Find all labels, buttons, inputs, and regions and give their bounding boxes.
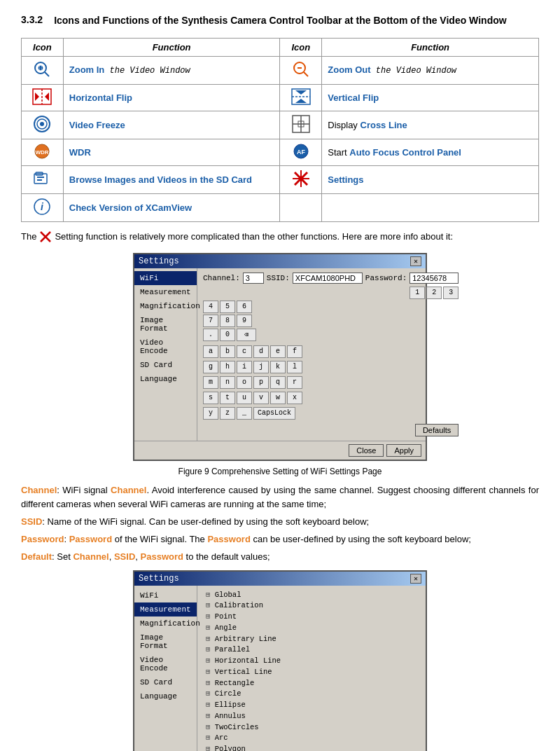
icon-zoom-in	[22, 56, 64, 84]
col-header-icon2: Icon	[280, 38, 322, 56]
dialog2-title: Settings	[139, 574, 179, 584]
icon-empty	[280, 193, 322, 221]
section-title: Icons and Functions of the Synthesis Cam…	[54, 14, 507, 28]
setting-note-text: Setting function is relatively more comp…	[55, 231, 453, 242]
d2-sidebar-language[interactable]: Language	[134, 689, 197, 703]
kbd-key-7[interactable]: 7	[203, 315, 218, 327]
tree-item-polygon: ⊞ Polygon	[203, 744, 420, 751]
section-heading: 3.3.2 Icons and Functions of the Synthes…	[21, 14, 539, 28]
d2-sidebar-wifi[interactable]: WiFi	[134, 588, 197, 602]
tree-item-circle: ⊞ Circle	[203, 689, 420, 700]
keyboard-grid: 1 2 3 4 5 6 7 8	[203, 287, 458, 420]
col-header-func2: Function	[322, 38, 539, 56]
tree-item-ellipse: ⊞ Ellipse	[203, 700, 420, 711]
kbd-key-3[interactable]: 3	[443, 287, 458, 299]
svg-text:WDR: WDR	[36, 149, 49, 156]
kbd-f[interactable]: f	[287, 345, 302, 358]
kbd-key-1[interactable]: 1	[410, 287, 425, 299]
kbd-row-1: 1 2 3 4 5 6 7 8	[203, 287, 458, 341]
close-button[interactable]: Close	[349, 444, 384, 457]
d2-sidebar-sd-card[interactable]: SD Card	[134, 675, 197, 689]
func-browse: Browse Images and Videos in the SD Card	[63, 165, 280, 193]
kbd-k[interactable]: k	[270, 361, 286, 373]
kbd-e[interactable]: e	[270, 345, 286, 358]
kbd-w[interactable]: w	[270, 392, 286, 404]
sidebar-item-wifi[interactable]: WiFi	[134, 271, 197, 285]
kbd-i[interactable]: i	[237, 361, 252, 373]
kbd-row-alpha3: m n o p q r	[203, 376, 458, 389]
kbd-key-dot[interactable]: .	[203, 329, 218, 341]
defaults-button[interactable]: Defaults	[415, 424, 458, 436]
kbd-t[interactable]: t	[220, 392, 235, 404]
icon-zoom-out	[280, 56, 322, 84]
kbd-a[interactable]: a	[203, 345, 218, 358]
icon-wdr: WDR	[22, 139, 64, 165]
sidebar-item-language[interactable]: Language	[134, 372, 197, 386]
kbd-l[interactable]: l	[287, 361, 302, 373]
kbd-p[interactable]: p	[253, 376, 269, 389]
table-row: Video Freeze Display Cross Line	[22, 111, 539, 139]
kbd-key-backspace[interactable]: ⌫	[237, 329, 256, 341]
kbd-n[interactable]: n	[220, 376, 235, 389]
svg-point-18	[40, 122, 44, 126]
kbd-key-9[interactable]: 9	[237, 315, 252, 327]
kbd-u[interactable]: u	[237, 392, 252, 404]
table-row: WDR WDR AF Start Auto Focus Control Pane…	[22, 139, 539, 165]
kbd-d[interactable]: d	[253, 345, 269, 358]
func-check-version: Check Version of XCamView	[63, 193, 280, 221]
kbd-h[interactable]: h	[220, 361, 235, 373]
dialog1-close-btn[interactable]: ✕	[410, 256, 421, 266]
kbd-key-2[interactable]: 2	[426, 287, 442, 299]
kbd-z[interactable]: z	[220, 407, 235, 420]
func-empty	[322, 193, 539, 221]
kbd-capslock[interactable]: CapsLock	[253, 407, 295, 420]
kbd-q[interactable]: q	[270, 376, 286, 389]
channel-input[interactable]	[243, 273, 264, 284]
apply-button[interactable]: Apply	[386, 444, 421, 457]
kbd-m[interactable]: m	[203, 376, 218, 389]
kbd-x[interactable]: x	[287, 392, 302, 404]
icon-v-flip	[280, 84, 322, 111]
kbd-underscore[interactable]: _	[237, 407, 252, 420]
kbd-s[interactable]: s	[203, 392, 218, 404]
kbd-key-8[interactable]: 8	[220, 315, 235, 327]
sidebar-item-image-format[interactable]: Image Format	[134, 313, 197, 336]
password-input[interactable]	[410, 273, 458, 284]
table-row: i Check Version of XCamView	[22, 193, 539, 221]
table-row: Horizontal Flip Vertical Flip	[22, 84, 539, 111]
kbd-r[interactable]: r	[287, 376, 302, 389]
d2-sidebar-video-encode[interactable]: Video Encode	[134, 653, 197, 675]
kbd-key-6[interactable]: 6	[237, 301, 252, 313]
sidebar-item-video-encode[interactable]: Video Encode	[134, 336, 197, 358]
kbd-key-5[interactable]: 5	[220, 301, 235, 313]
d2-sidebar-image-format[interactable]: Image Format	[134, 631, 197, 653]
desc-ssid: SSID: Name of the WiFi signal. Can be us…	[21, 515, 539, 530]
tree-item-arbitrary-line: ⊞ Arbitrary Line	[203, 634, 420, 645]
dialog1-footer: Close Apply	[134, 441, 426, 460]
table-row: Browse Images and Videos in the SD Card …	[22, 165, 539, 193]
kbd-y[interactable]: y	[203, 407, 218, 420]
kbd-c[interactable]: c	[237, 345, 252, 358]
sidebar-item-sd-card[interactable]: SD Card	[134, 358, 197, 372]
dialog2-sidebar: WiFi Measurement Magnification Image For…	[134, 586, 197, 751]
kbd-j[interactable]: j	[253, 361, 269, 373]
kbd-b[interactable]: b	[220, 345, 235, 358]
d2-sidebar-magnification[interactable]: Magnification	[134, 616, 197, 631]
tree-item-twocircles: ⊞ TwoCircles	[203, 722, 420, 733]
kbd-g[interactable]: g	[203, 361, 218, 373]
tree-item-calibration: ⊞ Calibration	[203, 600, 420, 612]
svg-rect-29	[37, 177, 44, 178]
func-settings: Settings	[322, 165, 539, 193]
kbd-key-0[interactable]: 0	[220, 329, 235, 341]
ssid-input[interactable]	[293, 273, 363, 284]
kbd-o[interactable]: o	[237, 376, 252, 389]
func-freeze: Video Freeze	[63, 111, 280, 139]
sidebar-item-magnification[interactable]: Magnification	[134, 299, 197, 313]
dialog2-close-btn[interactable]: ✕	[410, 574, 421, 584]
icon-info: i	[22, 193, 64, 221]
kbd-v[interactable]: v	[253, 392, 269, 404]
tree-item-global: ⊞ Global	[203, 590, 420, 601]
kbd-key-4[interactable]: 4	[203, 301, 218, 313]
d2-sidebar-measurement[interactable]: Measurement	[134, 602, 197, 616]
sidebar-item-measurement[interactable]: Measurement	[134, 285, 197, 299]
